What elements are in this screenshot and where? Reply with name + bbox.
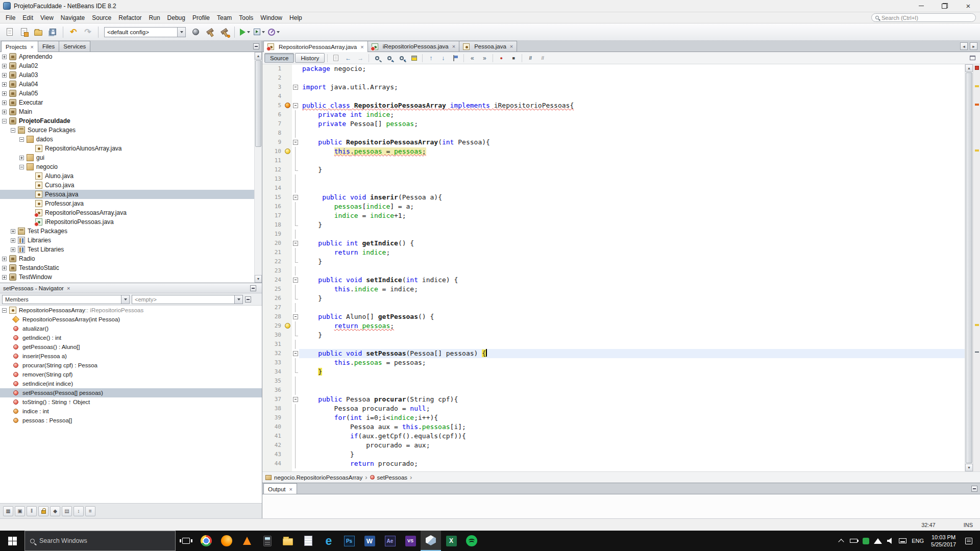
chevron-down-icon[interactable] xyxy=(121,295,129,304)
error-mark[interactable] xyxy=(975,104,979,106)
shift-right-button[interactable]: » xyxy=(479,53,490,63)
action-center-icon[interactable] xyxy=(965,538,972,544)
code-editor[interactable]: 1package negocio;23import java.util.Arra… xyxy=(262,64,980,471)
tray-app-icon[interactable] xyxy=(860,531,872,551)
code-line[interactable]: 29 return pessoas; xyxy=(262,321,965,331)
debug-button[interactable] xyxy=(253,26,266,39)
navigator-item-atualizar[interactable]: atualizar() xyxy=(0,324,262,333)
next-bookmark-button[interactable]: ↓ xyxy=(437,53,449,63)
code-line[interactable]: 17 indice = indice+1; xyxy=(262,211,965,220)
expand-icon[interactable] xyxy=(2,101,7,105)
expand-icon[interactable] xyxy=(11,238,15,243)
stop-macro-button[interactable]: ■ xyxy=(508,53,519,63)
navigator-item-indice-int[interactable]: indice : int xyxy=(0,407,262,416)
back-button[interactable]: ← xyxy=(342,53,354,63)
breadcrumb-item[interactable]: setPessoas xyxy=(377,474,407,481)
tree-item-source-packages[interactable]: Source Packages xyxy=(0,126,262,135)
navigator-item-repositoriopessoasarray[interactable]: RepositorioPessoasArray(int Pessoa) xyxy=(0,315,262,324)
show-non-public-button[interactable] xyxy=(38,506,48,516)
close-tab-icon[interactable]: × xyxy=(31,44,34,50)
taskbar-app-photoshop[interactable]: Ps xyxy=(339,531,359,551)
code-line[interactable]: 43 } xyxy=(262,450,965,459)
tree-item-test-packages[interactable]: Test Packages xyxy=(0,227,262,236)
close-button[interactable]: × xyxy=(957,0,980,12)
tree-item-curso-java[interactable]: Curso.java xyxy=(0,181,262,190)
menu-team[interactable]: Team xyxy=(213,13,235,22)
find-prev-button[interactable]: ▲ xyxy=(384,53,395,63)
code-fold-icon[interactable] xyxy=(292,193,299,202)
find-selection-button[interactable] xyxy=(372,53,383,63)
warning-mark[interactable] xyxy=(975,149,979,152)
tree-item-pessoa-java[interactable]: Pessoa.java xyxy=(0,190,262,199)
tree-item-aula04[interactable]: Aula04 xyxy=(0,80,262,89)
members-combobox[interactable]: Members xyxy=(2,295,130,304)
start-macro-button[interactable]: ● xyxy=(496,53,507,63)
scrollbar-thumb[interactable] xyxy=(255,60,261,147)
navigator-settings-icon[interactable] xyxy=(245,296,251,303)
tree-item-main[interactable]: Main xyxy=(0,107,262,116)
expand-icon[interactable] xyxy=(11,247,15,252)
tree-item-aprendendo[interactable]: Aprendendo xyxy=(0,52,262,61)
warning-hint-icon[interactable] xyxy=(285,148,290,154)
menu-debug[interactable]: Debug xyxy=(164,13,189,22)
code-line[interactable]: 8 xyxy=(262,129,965,138)
code-line[interactable]: 33 this.pessoas = pessoas; xyxy=(262,358,965,367)
error-hint-icon[interactable] xyxy=(285,103,290,108)
expand-icon[interactable] xyxy=(2,257,7,261)
quick-search-input[interactable]: Search (Ctrl+I) xyxy=(871,13,976,22)
tree-item-aula02[interactable]: Aula02 xyxy=(0,61,262,70)
menu-run[interactable]: Run xyxy=(145,13,164,22)
code-line[interactable]: 10 this.pessoas = pessoas; xyxy=(262,147,965,156)
show-fields-button[interactable]: ▣ xyxy=(15,506,25,516)
expand-icon[interactable] xyxy=(2,82,7,87)
code-line[interactable]: 21 return indice; xyxy=(262,248,965,257)
navigator-header[interactable]: setPessoas - Navigator × xyxy=(0,283,262,293)
expand-icon[interactable] xyxy=(2,266,7,270)
memory-button[interactable] xyxy=(189,26,202,39)
code-line[interactable]: 6 private int indice; xyxy=(262,110,965,119)
filter-combobox[interactable]: <empty> xyxy=(132,295,243,304)
undo-button[interactable]: ↶ xyxy=(67,26,80,39)
taskbar-app-chrome[interactable] xyxy=(196,531,216,551)
tree-item-libraries[interactable]: Libraries xyxy=(0,236,262,245)
scroll-down-icon[interactable]: ▼ xyxy=(255,275,262,283)
code-line[interactable]: 25 this.indice = indice; xyxy=(262,285,965,294)
navigator-item-getpessoas[interactable]: getPessoas() : Aluno[] xyxy=(0,342,262,352)
navigator-item-tostring[interactable]: toString() : String ↑ Object xyxy=(0,397,262,407)
code-line[interactable]: 44 return procurado; xyxy=(262,459,965,468)
code-line[interactable]: 23 xyxy=(262,266,965,276)
taskbar-app-edge[interactable]: e xyxy=(318,531,339,551)
collapse-all-button[interactable]: ≡ xyxy=(85,506,95,516)
code-fold-icon[interactable] xyxy=(292,83,299,92)
taskbar-app-calculator[interactable] xyxy=(257,531,278,551)
error-stripe[interactable] xyxy=(973,64,980,471)
expand-icon[interactable] xyxy=(2,275,7,280)
tree-item-executar[interactable]: Executar xyxy=(0,98,262,107)
save-all-button[interactable] xyxy=(46,26,59,39)
taskbar-app-visual-studio[interactable]: VS xyxy=(400,531,421,551)
clock[interactable]: 10:03 PM 5/25/2017 xyxy=(927,534,960,548)
code-line[interactable]: 22 } xyxy=(262,257,965,266)
projects-scrollbar[interactable]: ▲ ▼ xyxy=(254,52,262,283)
code-fold-icon[interactable] xyxy=(292,101,299,110)
tree-item-testandostatic[interactable]: TestandoStatic xyxy=(0,263,262,272)
scroll-down-icon[interactable]: ▼ xyxy=(965,464,973,471)
code-line[interactable]: 42 procurado = aux; xyxy=(262,441,965,450)
code-line[interactable]: 13 xyxy=(262,174,965,184)
last-edit-button[interactable] xyxy=(330,53,341,63)
touch-keyboard-icon[interactable] xyxy=(896,531,909,551)
code-line[interactable]: 14 xyxy=(262,184,965,193)
tree-item-aula05[interactable]: Aula05 xyxy=(0,89,262,98)
code-line[interactable]: 26 } xyxy=(262,294,965,303)
code-line[interactable]: 30 } xyxy=(262,331,965,340)
collapse-icon[interactable] xyxy=(2,308,7,313)
scroll-tabs-left-icon[interactable]: ◂ xyxy=(960,42,968,50)
close-tab-icon[interactable]: × xyxy=(510,43,513,49)
comment-button[interactable]: // xyxy=(525,53,536,63)
tree-item-professor-java[interactable]: Professor.java xyxy=(0,199,262,208)
minimize-button[interactable] xyxy=(910,0,933,12)
wifi-icon[interactable] xyxy=(872,531,884,551)
code-line[interactable]: 32 public void setPessoas(Pessoa[] pesso… xyxy=(262,349,965,358)
sort-source-button[interactable]: ↕ xyxy=(74,506,84,516)
tree-item-aula03[interactable]: Aula03 xyxy=(0,70,262,80)
